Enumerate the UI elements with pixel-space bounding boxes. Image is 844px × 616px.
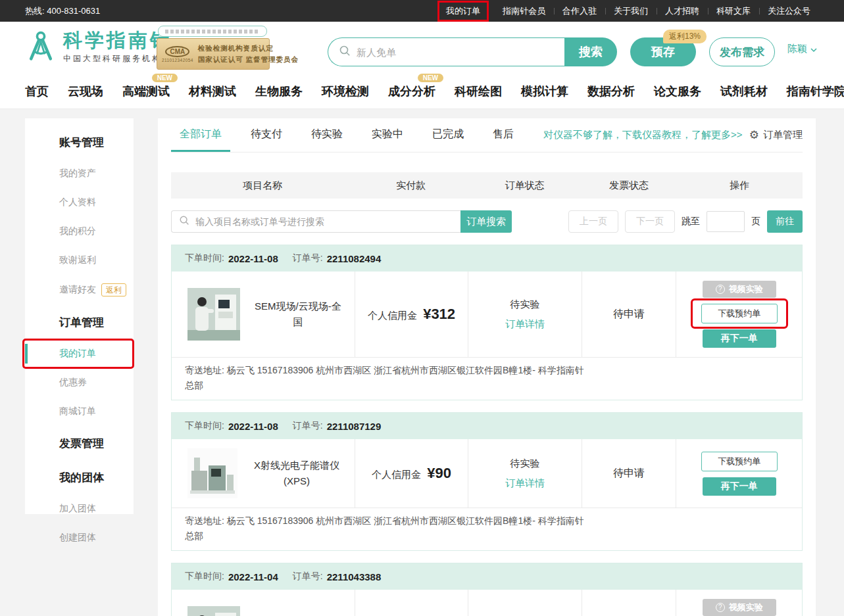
sidebar-item[interactable]: 邀请好友返利 (25, 275, 134, 305)
question-icon: ? (716, 603, 725, 612)
page-number-input[interactable] (707, 211, 745, 232)
sidebar-item[interactable]: 加入团体 (25, 494, 134, 523)
instrument-tutorial-link[interactable]: 对仪器不够了解，下载仪器教程，了解更多>> (543, 129, 743, 141)
order-tab[interactable]: 待实验 (303, 118, 351, 152)
go-page-button[interactable]: 前往 (767, 210, 803, 233)
order-manage[interactable]: ⚙ 订单管理 (749, 129, 803, 141)
order-date: 2022-11-08 (228, 253, 278, 264)
invoice-status: 待申请 (613, 308, 645, 321)
order-tab[interactable]: 售后 (484, 118, 522, 152)
sidebar-item[interactable]: 我的订单 (25, 339, 134, 368)
publish-demand-button[interactable]: 发布需求 (709, 37, 775, 66)
nav-item[interactable]: 首页 (25, 83, 49, 99)
topbar-menu-item[interactable]: 合作入驻 (554, 5, 605, 17)
order-status: 待实验 (505, 295, 545, 314)
sidebar-item[interactable]: 致谢返利 (25, 246, 134, 275)
reorder-button[interactable]: 再下一单 (703, 329, 776, 348)
order-detail-link[interactable]: 订单详情 (505, 473, 545, 493)
next-page-button[interactable]: 下一页 (625, 210, 675, 233)
nav-item[interactable]: 数据分析 (587, 83, 635, 99)
product-title: X射线光电子能谱仪 (XPS) (248, 458, 349, 489)
order-tab[interactable]: 全部订单 (171, 118, 230, 152)
rebate-mini-badge: 返利 (101, 283, 126, 296)
address-line2: 总部 (185, 378, 789, 393)
address-line2: 总部 (185, 529, 789, 544)
topbar-menu-item[interactable]: 我的订单 (437, 1, 489, 22)
new-badge: NEW (152, 74, 178, 82)
order-time-label: 下单时间: (185, 420, 224, 432)
nav-item[interactable]: 成分分析NEW (388, 83, 435, 99)
actions-cell: 下载预约单 再下一单 (676, 439, 802, 508)
order-search-button[interactable]: 订单搜索 (460, 210, 512, 233)
nav-item[interactable]: 高端测试NEW (122, 83, 170, 99)
site-header: 科学指南针 中国大型科研服务机构 CMA 211012342054 检验检测机构… (0, 22, 844, 74)
order-row: X射线光电子能谱仪 (XPS) 个人信用金 ¥90 待实验 订单详情 待申请 (172, 439, 802, 508)
order-block: 下单时间: 2022-11-08 订单号: 2211087129 (171, 412, 803, 551)
video-exp-button[interactable]: ? 视频实验 (703, 599, 776, 616)
nav-item[interactable]: 模拟计算 (521, 83, 568, 99)
download-booking-wrap: 下载预约单 (691, 298, 788, 329)
product-photo-xps (187, 448, 237, 498)
status-cell: 待实验 订单详情 (468, 272, 581, 357)
table-header-cell: 实付款 (354, 179, 468, 192)
username: 陈颖 (787, 43, 807, 55)
order-time-label: 下单时间: (185, 252, 224, 264)
order-tab[interactable]: 已完成 (424, 118, 472, 152)
sidebar-item[interactable]: 优惠券 (25, 368, 134, 397)
order-date: 2022-11-04 (228, 571, 278, 582)
order-tab[interactable]: 实验中 (363, 118, 412, 152)
order-number: 2211082494 (327, 253, 382, 264)
nav-item[interactable]: 科研绘图 (455, 83, 502, 99)
nav-item[interactable]: 指南针学院 (787, 83, 844, 99)
reorder-button[interactable]: 再下一单 (703, 477, 776, 496)
search-button[interactable]: 搜索 (564, 37, 617, 66)
order-no-label: 订单号: (293, 420, 323, 432)
order-date: 2022-11-08 (228, 421, 278, 432)
rebate-badge: 返利13% (663, 30, 707, 43)
chevron-down-icon (810, 43, 817, 55)
search-icon (339, 45, 351, 59)
nav-item[interactable]: 生物服务 (255, 83, 303, 99)
search-input[interactable] (357, 47, 554, 58)
cma-mark-icon: CMA 211012342054 (162, 46, 193, 62)
download-booking-button[interactable]: 下载预约单 (701, 452, 778, 471)
sidebar-item[interactable]: 创建团体 (25, 523, 134, 552)
order-tab[interactable]: 待支付 (242, 118, 291, 152)
sidebar: 账号管理我的资产个人资料我的积分致谢返利邀请好友返利订单管理我的订单优惠券商城订… (25, 118, 134, 514)
order-block: 下单时间: 2022-11-08 订单号: 2211082494 (171, 245, 803, 400)
sidebar-item[interactable]: 商城订单 (25, 397, 134, 426)
order-detail-link[interactable]: 订单详情 (505, 314, 545, 334)
topbar-menu-item[interactable]: 人才招聘 (657, 5, 708, 17)
nav-item[interactable]: 论文服务 (654, 83, 701, 99)
sidebar-item[interactable]: 我的积分 (25, 217, 134, 246)
product-cell: X射线光电子能谱仪 (XPS) (172, 439, 355, 508)
shipping-address: 寄送地址: 杨云飞 15167183906 杭州市西湖区 浙江省杭州市西湖区银江… (172, 357, 802, 400)
sidebar-item[interactable]: 我的资产 (25, 159, 134, 188)
table-header-cell: 操作 (676, 179, 803, 192)
nav-item[interactable]: 材料测试 (189, 83, 236, 99)
nav-item[interactable]: 试剂耗材 (720, 83, 768, 99)
user-menu[interactable]: 陈颖 (787, 43, 817, 55)
invoice-status: 待申请 (613, 467, 645, 481)
sidebar-item[interactable]: 个人资料 (25, 188, 134, 217)
sidebar-group-title: 我的团体 (25, 460, 134, 494)
pay-amount: ¥90 (427, 465, 451, 481)
order-header: 下单时间: 2022-11-04 订单号: 2211043388 (172, 563, 802, 590)
topbar-menu-item[interactable]: 关注公众号 (759, 5, 819, 17)
topbar-menu-item[interactable]: 指南针会员 (494, 5, 554, 17)
prev-page-button[interactable]: 上一页 (568, 210, 618, 233)
invoice-cell: 待申请 (582, 439, 676, 508)
nav-item[interactable]: 环境检测 (322, 83, 369, 99)
topbar-menu-item[interactable]: 科研文库 (708, 5, 759, 17)
order-no-label: 订单号: (293, 571, 323, 582)
actions-cell: ? 视频实验 下载预约单 再下一单 (676, 272, 802, 357)
payment-cell: 个人信用金 ¥312 (355, 272, 468, 357)
logo[interactable]: 科学指南针 中国大型科研服务机构 (25, 30, 172, 65)
order-search-input[interactable] (195, 216, 453, 227)
logo-subtitle: 中国大型科研服务机构 (63, 53, 172, 64)
download-booking-button[interactable]: 下载预约单 (701, 304, 778, 323)
video-exp-button[interactable]: ? 视频实验 (703, 281, 776, 298)
topbar-menu-item[interactable]: 关于我们 (605, 5, 657, 17)
nav-item[interactable]: 云现场 (68, 83, 103, 99)
main-nav: 首页云现场高端测试NEW材料测试生物服务环境检测成分分析NEW科研绘图模拟计算数… (0, 74, 844, 109)
